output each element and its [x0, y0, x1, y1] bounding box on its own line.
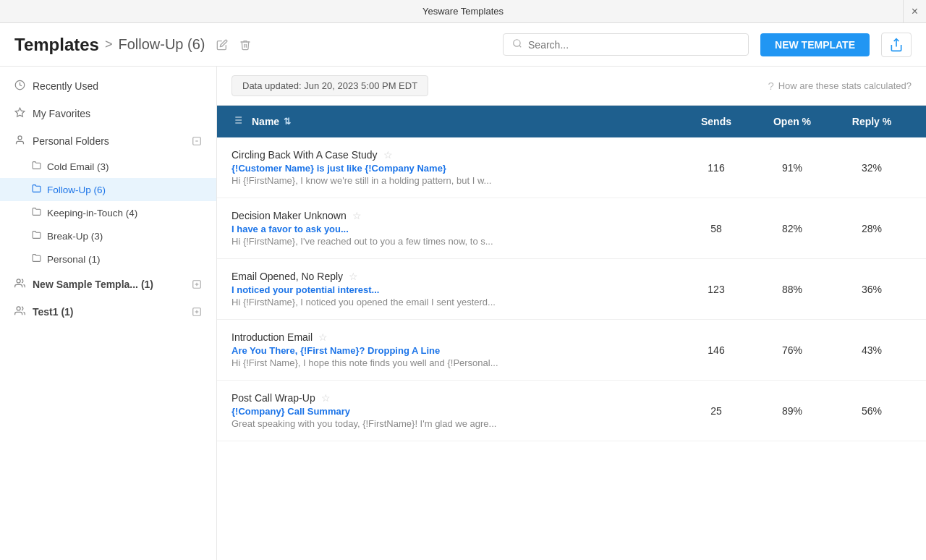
header: Templates > Follow-Up (6) NEW TEMPLATE	[0, 23, 926, 67]
breadcrumb: Templates > Follow-Up (6)	[14, 35, 254, 55]
star-icon	[14, 107, 25, 120]
edit-folder-button[interactable]	[213, 38, 231, 52]
cell-open: 82%	[752, 223, 832, 234]
title-bar: Yesware Templates ×	[0, 0, 926, 23]
star-icon[interactable]: ☆	[318, 331, 328, 343]
row-subtitle: Are You There, {!First Name}? Dropping A…	[232, 345, 680, 356]
svg-point-12	[17, 307, 20, 310]
header-actions	[213, 38, 254, 52]
folder-label: Keeping-in-Touch (4)	[47, 208, 137, 219]
sidebar-my-favorites-label: My Favorites	[33, 108, 90, 119]
col-name-label: Name	[252, 116, 279, 127]
sidebar-personal-folders[interactable]: Personal Folders	[0, 127, 216, 155]
delete-folder-button[interactable]	[237, 38, 254, 52]
sidebar-folder-followup[interactable]: Follow-Up (6)	[0, 178, 216, 201]
row-title: Decision Maker Unknown ☆	[232, 210, 680, 221]
filter-icon[interactable]	[232, 114, 243, 129]
row-preview: Hi {!First Name}, I hope this note finds…	[232, 357, 680, 368]
col-sends-header[interactable]: Sends	[680, 116, 752, 127]
row-subtitle: I noticed your potential interest...	[232, 284, 680, 295]
row-info: Post Call Wrap-Up ☆ {!Company} Call Summ…	[232, 392, 680, 429]
row-preview: Hi {!FirstName}, I've reached out to you…	[232, 236, 680, 247]
stats-help[interactable]: ? How are these stats calculated?	[768, 80, 912, 92]
row-subtitle: I have a favor to ask you...	[232, 224, 680, 234]
group-label: New Sample Templa... (1)	[33, 279, 153, 290]
group-icon	[14, 305, 25, 318]
folder-icon	[32, 161, 41, 172]
table-body: Circling Back With A Case Study ☆ {!Cust…	[217, 137, 926, 441]
col-open-label: Open %	[773, 116, 811, 127]
person-icon	[14, 135, 25, 148]
share-button[interactable]	[881, 33, 912, 57]
cell-reply: 43%	[832, 344, 912, 356]
table-row[interactable]: Post Call Wrap-Up ☆ {!Company} Call Summ…	[217, 381, 926, 441]
sidebar-folder-personal[interactable]: Personal (1)	[0, 247, 216, 271]
folder-icon	[32, 253, 41, 265]
cell-reply: 28%	[832, 223, 912, 234]
page-title: Templates	[14, 35, 99, 55]
star-icon[interactable]: ☆	[349, 271, 358, 282]
main-content: Data updated: Jun 20, 2023 5:00 PM EDT ?…	[217, 67, 926, 560]
group-icon	[14, 278, 25, 291]
col-reply-header[interactable]: Reply %	[832, 116, 912, 127]
new-template-button[interactable]: NEW TEMPLATE	[760, 33, 870, 56]
col-name-header[interactable]: Name ⇅	[252, 116, 680, 127]
sidebar-group-new-sample[interactable]: New Sample Templa... (1)	[0, 271, 216, 298]
table-row[interactable]: Introduction Email ☆ Are You There, {!Fi…	[217, 320, 926, 381]
add-to-group-button[interactable]	[192, 279, 202, 289]
row-subtitle: {!Customer Name} is just like {!Company …	[232, 163, 680, 174]
row-info: Circling Back With A Case Study ☆ {!Cust…	[232, 149, 680, 186]
row-info: Decision Maker Unknown ☆ I have a favor …	[232, 210, 680, 247]
sort-icon: ⇅	[284, 116, 291, 127]
folder-label: Break-Up (3)	[47, 231, 103, 242]
star-icon[interactable]: ☆	[321, 392, 331, 404]
cell-open: 76%	[752, 344, 832, 356]
table-row[interactable]: Decision Maker Unknown ☆ I have a favor …	[217, 198, 926, 259]
folder-label: Follow-Up (6)	[47, 184, 106, 195]
col-sends-label: Sends	[701, 116, 731, 127]
layout: Recently Used My Favorites Personal Fold…	[0, 67, 926, 560]
table-row[interactable]: Email Opened, No Reply ☆ I noticed your …	[217, 259, 926, 320]
row-preview: Hi {!FirstName}, I noticed you opened th…	[232, 297, 680, 307]
search-box	[503, 33, 749, 56]
data-updated-label: Data updated: Jun 20, 2023 5:00 PM EDT	[232, 75, 428, 96]
svg-point-0	[514, 40, 520, 46]
help-icon: ?	[768, 80, 773, 92]
add-to-group-button[interactable]	[192, 307, 202, 317]
col-open-header[interactable]: Open %	[752, 116, 832, 127]
cell-reply: 56%	[832, 405, 912, 417]
cell-sends: 116	[680, 162, 752, 174]
sidebar-folder-keeping-in-touch[interactable]: Keeping-in-Touch (4)	[0, 201, 216, 224]
cell-sends: 25	[680, 405, 752, 417]
search-input[interactable]	[528, 39, 739, 51]
row-title-text: Circling Back With A Case Study	[232, 149, 378, 161]
data-bar: Data updated: Jun 20, 2023 5:00 PM EDT ?…	[217, 67, 926, 106]
sidebar-folder-breakup[interactable]: Break-Up (3)	[0, 224, 216, 247]
folder-icon	[32, 230, 41, 242]
folder-open-icon	[32, 184, 41, 195]
star-icon[interactable]: ☆	[352, 210, 362, 221]
svg-point-8	[17, 279, 20, 283]
table-header: Name ⇅ Sends Open % Reply %	[217, 106, 926, 137]
sidebar-personal-folders-label: Personal Folders	[33, 135, 109, 147]
star-icon[interactable]: ☆	[383, 149, 393, 161]
sidebar-recently-used-label: Recently Used	[33, 80, 98, 92]
table-row[interactable]: Circling Back With A Case Study ☆ {!Cust…	[217, 137, 926, 198]
folder-label: Cold Email (3)	[47, 161, 109, 172]
sidebar-my-favorites[interactable]: My Favorites	[0, 100, 216, 127]
collapse-personal-folders-button[interactable]	[192, 136, 202, 146]
sidebar-folder-cold-email[interactable]: Cold Email (3)	[0, 155, 216, 178]
group-label: Test1 (1)	[33, 306, 74, 318]
sidebar-recently-used[interactable]: Recently Used	[0, 72, 216, 100]
row-info: Introduction Email ☆ Are You There, {!Fi…	[232, 331, 680, 368]
search-icon	[512, 38, 522, 51]
close-button[interactable]: ×	[903, 0, 926, 23]
cell-sends: 58	[680, 223, 752, 234]
breadcrumb-folder: Follow-Up (6)	[118, 36, 205, 53]
stats-help-text: How are these stats calculated?	[778, 80, 912, 91]
sidebar-group-test1[interactable]: Test1 (1)	[0, 298, 216, 326]
clock-icon	[14, 80, 25, 93]
row-title: Email Opened, No Reply ☆	[232, 271, 680, 282]
row-preview: Hi {!FirstName}, I know we're still in a…	[232, 175, 680, 186]
col-reply-label: Reply %	[852, 116, 891, 127]
